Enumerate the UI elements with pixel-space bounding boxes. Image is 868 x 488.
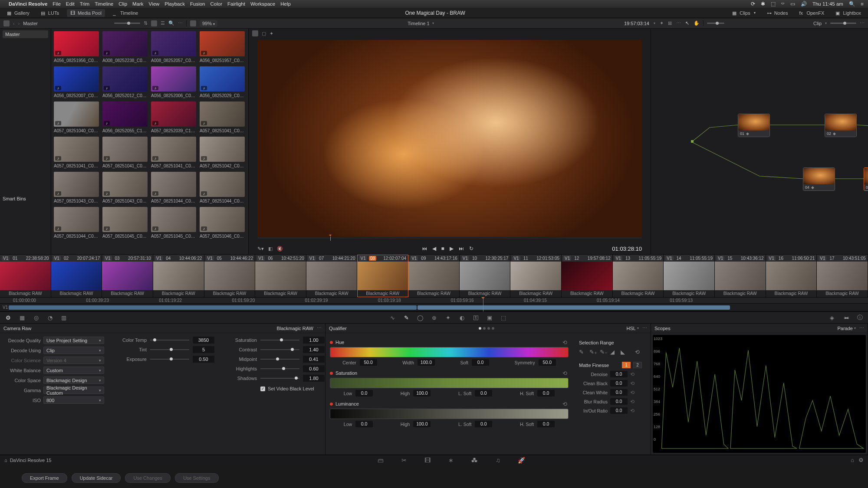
timeline-clip[interactable]: V11012:30:25:17 Blackmagic RAW <box>460 255 511 297</box>
white-balance-select[interactable]: Custom <box>43 367 104 374</box>
picker-add-icon[interactable]: ✎₊ <box>589 349 596 356</box>
scope-mode[interactable]: Parade <box>838 326 853 331</box>
media-clip[interactable]: ♪ A057_08251042_C05... <box>200 137 245 168</box>
blur-icon[interactable]: ◐ <box>458 314 466 321</box>
clip-scope-label[interactable]: Clip <box>813 21 822 26</box>
h-soft-value[interactable]: 0.0 <box>537 390 555 396</box>
h-soft-value[interactable]: 0.0 <box>537 421 555 427</box>
split-screen-icon[interactable]: ◧ <box>268 246 273 252</box>
symmetry-value[interactable]: 50.0 <box>539 359 556 366</box>
media-clip[interactable]: ♪ A057_08251041_C05... <box>151 137 196 168</box>
battery-icon[interactable]: ▭ <box>790 1 795 7</box>
hue-bar[interactable] <box>330 347 569 357</box>
project-manager-icon[interactable]: ⌂ <box>851 457 854 463</box>
low-value[interactable]: 0.0 <box>355 421 373 427</box>
midpoint-slider[interactable] <box>260 359 299 360</box>
midpoint-value[interactable]: 0.41 <box>303 356 325 363</box>
grid-view-icon[interactable] <box>151 20 157 26</box>
contrast-value[interactable]: 1.40 <box>303 346 325 353</box>
reset-icon[interactable]: ⟲ <box>630 371 635 377</box>
denoise-value[interactable]: 0.0 <box>610 371 628 377</box>
qualifier-mode[interactable]: HSL <box>627 326 636 331</box>
media-clip[interactable]: ♪ A057_08251041_C05... <box>54 137 99 168</box>
spotlight-icon[interactable]: 🔍 <box>849 1 855 7</box>
highlights-slider[interactable] <box>260 368 299 369</box>
picker-sub-icon[interactable]: ✎₋ <box>600 349 607 356</box>
chevron-right-icon[interactable]: › <box>18 21 20 26</box>
highlight-icon[interactable]: ✦ <box>660 20 664 26</box>
clean-black-value[interactable]: 0.0 <box>610 380 628 386</box>
picker-menu-icon[interactable]: ✎▾ <box>257 246 264 252</box>
menu-mark[interactable]: Mark <box>132 1 144 7</box>
menu-icon[interactable]: ⋯ <box>860 20 865 26</box>
black-level-checkbox[interactable]: ✓Set Video Black Level <box>260 386 314 391</box>
clock[interactable]: Thu 11:45 am <box>812 1 843 7</box>
viewer-overlay-icon[interactable]: ▢ <box>262 31 266 36</box>
lum-bar[interactable] <box>330 409 569 419</box>
color-node[interactable]: 02◆ <box>825 114 857 137</box>
media-pool-button[interactable]: 🎞Media Pool <box>67 9 105 17</box>
media-clip[interactable]: ♪ A057_08251045_C07... <box>151 207 196 239</box>
mute-icon[interactable]: 🔇 <box>277 246 283 252</box>
media-clip[interactable]: ♪ A056_08252055_C12... <box>102 102 148 133</box>
exposure-slider[interactable] <box>150 359 189 360</box>
color-temp-slider[interactable] <box>150 340 189 341</box>
cut-page-icon[interactable]: ✂ <box>400 456 408 464</box>
timeline-clip[interactable]: V11411:05:55:19 Blackmagic RAW <box>664 255 715 297</box>
timeline-clip[interactable]: V11710:43:51:05 Blackmagic RAW <box>817 255 868 297</box>
exposure-value[interactable]: 0.50 <box>193 356 214 363</box>
reset-icon[interactable]: ⟲ <box>562 339 569 345</box>
curves-icon[interactable]: ∿ <box>388 314 396 321</box>
l-soft-value[interactable]: 0.0 <box>475 390 492 396</box>
media-clip[interactable]: ♪ A057_08251040_C05... <box>54 102 99 133</box>
sort-icon[interactable]: ⇅ <box>144 20 148 26</box>
smart-bins[interactable]: Smart Bins <box>3 194 48 203</box>
zoom-select[interactable]: 99% ▾ <box>200 20 217 27</box>
media-clip[interactable]: ♪ A057_08251044_C06... <box>54 207 99 239</box>
matte-tab-2[interactable]: 2 <box>633 362 642 368</box>
reset-icon[interactable]: ⟲ <box>630 390 635 396</box>
deliver-page-icon[interactable]: 🚀 <box>517 456 525 464</box>
media-clip[interactable]: ♪ A008_08252238_C05... <box>102 31 148 63</box>
stop-icon[interactable]: ■ <box>441 246 444 252</box>
openfx-overlay-icon[interactable]: ✦ <box>270 31 273 36</box>
decode-using-select[interactable]: Clip <box>43 347 104 354</box>
l-soft-value[interactable]: 0.0 <box>475 421 492 427</box>
unmix-icon[interactable]: ⊞ <box>668 20 672 26</box>
color-node[interactable]: 01◆ <box>738 114 770 137</box>
feather-sub-icon[interactable]: ◣ <box>621 349 628 356</box>
node-graph[interactable]: 01◆ 02◆ 04◆ 05◆ <box>651 29 868 254</box>
breadcrumb-master[interactable]: Master <box>23 21 38 26</box>
info-icon[interactable]: ⓘ <box>856 314 864 321</box>
menu-clip[interactable]: Clip <box>118 1 127 7</box>
tray-icon[interactable]: ⟳ <box>751 1 755 7</box>
media-clip[interactable]: ♪ A056_08252007_C08... <box>54 66 99 98</box>
timeline-clip[interactable]: V11219:57:08:12 Blackmagic RAW <box>562 255 613 297</box>
media-clip[interactable]: ♪ A057_08251046_C07... <box>200 207 245 239</box>
reset-icon[interactable]: ⟲ <box>630 408 635 414</box>
dropbox-icon[interactable]: ⬚ <box>771 1 776 7</box>
color-match-icon[interactable]: ▦ <box>18 314 26 321</box>
menu-color[interactable]: Color <box>210 1 222 7</box>
tint-slider[interactable] <box>150 349 189 350</box>
reset-icon[interactable]: ⟲ <box>630 399 635 405</box>
color-node[interactable]: 05◆ <box>864 167 868 191</box>
menu-fusion[interactable]: Fusion <box>190 1 205 7</box>
media-page-icon[interactable]: 🗃 <box>377 456 385 464</box>
color-node[interactable]: 04◆ <box>803 167 835 191</box>
invert-icon[interactable]: ⟲ <box>635 349 642 356</box>
pointer-icon[interactable]: ↖ <box>685 20 689 26</box>
edit-page-icon[interactable]: 🎞 <box>424 456 431 464</box>
rgb-mixer-icon[interactable]: ◔ <box>46 314 54 321</box>
menu-view[interactable]: View <box>149 1 160 7</box>
prev-clip-icon[interactable]: ⏮ <box>422 246 427 252</box>
key-icon[interactable]: ⚿ <box>472 314 480 321</box>
timeline-clip[interactable]: V11112:01:53:05 Blackmagic RAW <box>510 255 562 297</box>
timeline-name[interactable]: Timeline 1 <box>408 21 429 26</box>
contrast-slider[interactable] <box>260 349 299 350</box>
reset-icon[interactable]: ⟲ <box>562 401 569 407</box>
media-clip[interactable]: ♪ A056_08252006_C08... <box>151 66 196 98</box>
timeline-clip[interactable]: V11311:05:55:19 Blackmagic RAW <box>613 255 664 297</box>
matte-tab-1[interactable]: 1 <box>622 362 631 368</box>
media-clip[interactable]: ♪ A056_08251957_C07... <box>200 31 245 63</box>
